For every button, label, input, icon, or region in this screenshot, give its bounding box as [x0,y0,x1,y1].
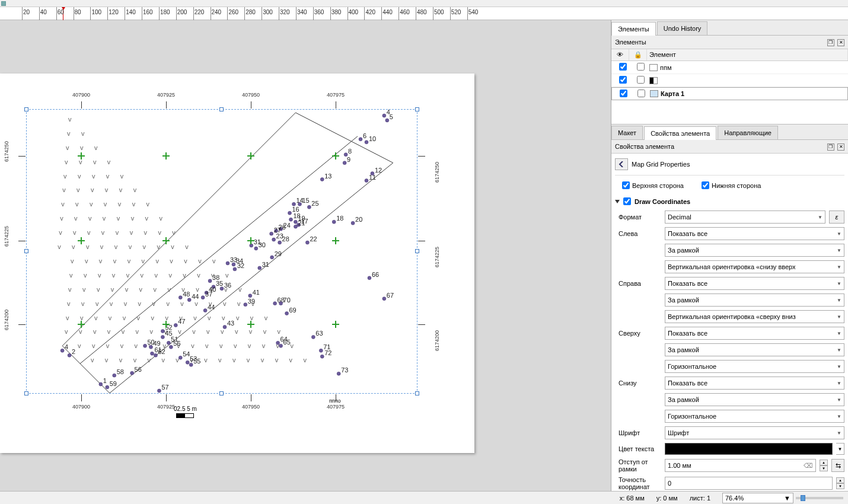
data-defined-button[interactable]: ⇆ [831,459,844,472]
composer-page[interactable]: vvvvvvvvvvvvvvvvvvvvvvvvvvvvvvvvvvvvvvvv… [0,74,474,453]
svg-text:v: v [98,272,101,279]
svg-text:v: v [145,215,149,222]
layout-item-row[interactable]: ппм [611,61,848,74]
svg-text:v: v [60,215,63,222]
svg-text:v: v [104,200,107,208]
side-orientation-select[interactable]: Горизонтальное▼ [665,360,844,373]
svg-point-214 [294,225,297,228]
svg-text:v: v [59,229,62,236]
svg-text:v: v [65,328,68,335]
svg-text:12: 12 [375,167,382,174]
svg-text:v: v [235,328,238,335]
svg-point-186 [320,178,324,181]
map-item[interactable]: vvvvvvvvvvvvvvvvvvvvvvvvvvvvvvvvvvvvvvvv… [26,109,417,394]
item-visible-checkbox[interactable] [620,90,627,97]
text-color-swatch[interactable] [665,443,833,455]
svg-point-172 [385,119,389,122]
back-button[interactable] [615,158,628,170]
spin-down-button[interactable]: ▼ [836,483,844,489]
side-show-select[interactable]: Показать все▼ [665,277,844,290]
grid-coordinate-y: 6174200 [4,310,9,330]
draw-coordinates-checkbox[interactable] [623,197,631,205]
svg-point-216 [305,241,309,244]
top-panel-tabs: ЭлементыUndo History [611,20,848,36]
spin-up-button[interactable]: ▲ [836,477,844,483]
svg-text:v: v [143,243,146,250]
item-lock-checkbox[interactable] [637,90,645,97]
map-item-icon [650,90,658,97]
svg-text:v: v [275,356,279,363]
tab-элементы[interactable]: Элементы [611,22,656,36]
svg-text:v: v [157,243,160,250]
spin-up-button[interactable]: ▲ [820,460,828,465]
zoom-slider-thumb[interactable] [801,495,805,501]
item-lock-checkbox[interactable] [637,63,645,71]
scalebar-item[interactable]: 02.5 5 m [174,406,197,418]
side-position-select[interactable]: За рамкой▼ [665,393,844,406]
font-label: Шрифт [615,429,661,436]
svg-point-308 [106,385,109,389]
svg-point-296 [337,372,340,375]
svg-point-260 [161,329,164,333]
status-x: x: 68 мм [620,495,645,502]
panel-undock-icon[interactable]: ❐ [827,39,834,46]
side-orientation-select[interactable]: Горизонтальное▼ [665,410,844,423]
precision-input[interactable]: 0 [665,477,833,490]
color-dropdown-button[interactable]: ▼ [836,443,844,455]
panel-close-icon[interactable]: ✕ [837,143,844,151]
svg-point-244 [187,298,191,302]
bottom-side-checkbox[interactable]: Нижняя сторона [702,181,761,189]
clear-icon[interactable]: ⌫ [804,462,813,470]
horizontal-ruler[interactable]: 2040608010012014016018020022024026028030… [0,7,848,20]
svg-text:v: v [303,356,307,363]
side-orientation-select[interactable]: Вертикальная ориентировка «снизу вверх▼ [665,260,844,273]
ppm-label-item[interactable]: пппо [329,398,341,404]
side-orientation-select[interactable]: Вертикальная ориентировка «сверху вниз▼ [665,310,844,323]
svg-text:v: v [250,314,254,321]
svg-text:v: v [91,186,94,193]
tab-undo-history[interactable]: Undo History [657,21,708,35]
svg-point-176 [365,141,368,144]
svg-text:28: 28 [282,235,289,243]
svg-text:73: 73 [341,366,348,374]
svg-text:v: v [120,173,124,180]
side-show-select[interactable]: Показать все▼ [665,327,844,340]
items-list-empty-area[interactable] [611,100,848,124]
svg-text:v: v [118,200,122,208]
offset-input[interactable]: 1.00 мм⌫ [665,459,816,472]
layout-canvas[interactable]: vvvvvvvvvvvvvvvvvvvvvvvvvvvvvvvvvvvvvvvv… [0,20,611,491]
svg-text:v: v [103,215,106,222]
layout-item-row[interactable]: Карта 1 [611,87,848,100]
svg-point-252 [273,302,277,305]
side-position-select[interactable]: За рамкой▼ [665,244,844,257]
zoom-select[interactable]: 76.4%▼ [722,493,793,503]
zoom-slider[interactable] [796,497,843,499]
item-properties-body[interactable]: Map Grid Properties Верхняя сторона Нижн… [611,154,848,491]
text-color-label: Цвет текста [615,445,661,452]
item-visible-checkbox[interactable] [619,63,627,71]
layout-item-row[interactable] [611,74,848,87]
svg-point-286 [276,341,280,344]
format-expression-button[interactable]: ε [829,210,844,224]
side-show-select[interactable]: Показать все▼ [665,377,844,390]
spin-down-button[interactable]: ▼ [820,465,828,471]
tab-свойства-элемента[interactable]: Свойства элемента [644,126,716,140]
side-position-select[interactable]: За рамкой▼ [665,343,844,356]
font-select[interactable]: Шрифт▼ [665,426,844,439]
format-select[interactable]: Decimal▼ [665,210,825,224]
collapse-toggle-icon[interactable] [615,200,620,203]
side-show-select[interactable]: Показать все▼ [665,227,844,240]
item-lock-checkbox[interactable] [637,76,645,84]
side-position-select[interactable]: За рамкой▼ [665,294,844,307]
panel-undock-icon[interactable]: ❐ [827,143,834,151]
tab-макет[interactable]: Макет [611,126,643,139]
svg-text:29: 29 [275,250,282,257]
svg-text:v: v [212,257,216,264]
item-visible-checkbox[interactable] [619,76,627,84]
svg-text:v: v [66,314,69,321]
tab-направляющие[interactable]: Направляющие [718,126,778,139]
svg-text:1: 1 [103,377,107,384]
panel-close-icon[interactable]: ✕ [837,39,844,46]
svg-point-282 [223,325,227,328]
top-side-checkbox[interactable]: Верхняя сторона [622,181,684,189]
